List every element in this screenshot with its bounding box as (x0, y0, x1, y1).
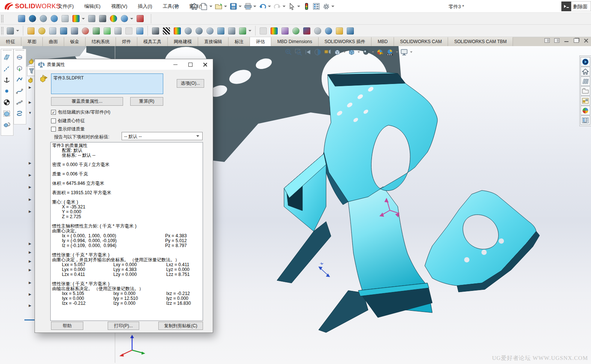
recalculate-button[interactable]: 重算(R) (130, 97, 163, 106)
compare-results-icon[interactable] (302, 27, 311, 35)
open-icon[interactable] (214, 1, 224, 11)
point-icon[interactable] (1, 85, 12, 97)
undo-icon[interactable] (258, 1, 268, 11)
composite-curve-icon[interactable] (14, 74, 25, 85)
section-view-icon[interactable] (313, 47, 323, 57)
center-of-mass-icon[interactable] (1, 97, 12, 108)
view-palette-icon[interactable] (580, 96, 590, 105)
color-map-icon[interactable] (173, 27, 182, 35)
tab-mbd-dimensions[interactable]: MBD Dimensions (271, 37, 319, 46)
geometry-check-dropdown-icon[interactable] (248, 30, 251, 31)
menu-file[interactable]: 文件(F) (53, 0, 79, 13)
rebuild-monitor-icon[interactable] (92, 27, 101, 35)
tab-evaluate[interactable]: 评估 (250, 37, 271, 46)
mate-reference-icon[interactable] (1, 119, 12, 130)
compare-doc-icon[interactable] (259, 27, 268, 35)
coord-system-combobox[interactable]: -- 默认 -- (122, 132, 203, 140)
project-curve-icon[interactable] (14, 63, 25, 74)
tab-features[interactable]: 特征 (0, 37, 21, 46)
tree-expand-arrow[interactable]: ▶ (28, 259, 32, 263)
file-explorer-icon[interactable] (580, 86, 590, 96)
checkbox-create-com-feature[interactable]: 创建质心特征 (51, 118, 85, 124)
save-dropdown-icon[interactable] (239, 6, 242, 7)
zoom-area-icon[interactable] (293, 47, 303, 57)
mass-properties-report[interactable]: 零件3 的质量属性 配置: 默认 坐标系: -- 默认 -- 密度 = 0.00… (50, 142, 203, 321)
machine-tool-icon[interactable] (346, 27, 355, 35)
command-search[interactable]: 删除面 (561, 1, 591, 11)
plane-icon[interactable] (1, 52, 12, 63)
tab-sw-addins[interactable]: SOLIDWORKS 插件 (319, 37, 372, 46)
select-cursor-icon[interactable] (287, 1, 297, 11)
split-line-icon[interactable] (14, 52, 25, 63)
design-library-icon[interactable] (580, 76, 590, 86)
tab-mbd[interactable]: MBD (371, 37, 394, 46)
dimxpert-icon[interactable] (98, 14, 107, 23)
view-orientation-icon[interactable] (332, 47, 342, 57)
combobox-dropdown-icon[interactable] (196, 135, 199, 137)
tab-mesh-modeling[interactable]: 网格建模 (168, 37, 198, 46)
redo-icon[interactable] (272, 1, 282, 11)
zoom-fit-icon[interactable] (284, 47, 293, 57)
tab-sw-cam-tbm[interactable]: SOLIDWORKS CAM TBM (448, 37, 513, 46)
check-solid-icon[interactable] (103, 27, 111, 35)
checkmark-circle-icon[interactable] (292, 27, 300, 35)
settings-dropdown-icon[interactable] (331, 6, 334, 7)
tree-expand-arrow[interactable]: ▶ (28, 281, 32, 285)
new-document-icon[interactable] (199, 1, 209, 11)
camera-projector-icon[interactable] (39, 14, 48, 23)
toolbar-grip[interactable] (1, 15, 3, 23)
tree-expand-arrow[interactable]: ▶ (28, 185, 32, 189)
thickness-analysis-icon[interactable] (227, 27, 236, 35)
print-button[interactable]: 打印(P)... (108, 322, 139, 330)
fastener-group-icon[interactable] (6, 27, 15, 35)
deviation-analysis-icon[interactable] (151, 27, 160, 35)
appearances-icon[interactable] (580, 106, 590, 115)
dialog-close-icon[interactable] (198, 59, 213, 70)
hide-show-dropdown-icon[interactable] (372, 51, 374, 53)
tree-expand-arrow[interactable]: ▼ (28, 111, 32, 115)
mass-properties-icon[interactable] (59, 27, 68, 35)
motion-rainbow-icon[interactable] (109, 14, 118, 23)
spline-icon[interactable] (14, 85, 25, 97)
checkbox-show-weld-mass[interactable]: 显示焊缝质量 (51, 126, 85, 132)
tab-mold-tools[interactable]: 模具工具 (137, 37, 168, 46)
checkbox-box[interactable]: ✓ (51, 110, 56, 115)
new-dropdown-icon[interactable] (209, 6, 212, 7)
command-search-icon[interactable] (561, 1, 571, 11)
gears-icon[interactable] (50, 14, 59, 23)
exploded-view-dropdown-icon[interactable] (82, 18, 85, 19)
command-search-input[interactable]: 删除面 (571, 1, 591, 11)
toolbar-grip[interactable] (1, 27, 3, 35)
rebuild-traffic-light-icon[interactable] (302, 1, 311, 11)
previous-view-icon[interactable] (303, 47, 313, 57)
undo-dropdown-icon[interactable] (268, 6, 271, 7)
menu-view[interactable]: 视图(V) (106, 0, 132, 13)
tree-expand-arrow[interactable]: ▶ (28, 292, 32, 296)
pane-right-icon[interactable] (554, 38, 559, 43)
check-question-icon[interactable] (135, 27, 144, 35)
dialog-minimize-icon[interactable] (168, 59, 183, 70)
export-folder-icon[interactable] (335, 27, 344, 35)
render-sphere-icon[interactable] (28, 14, 37, 23)
options-list-icon[interactable] (311, 1, 321, 11)
tree-expand-arrow[interactable]: ▶ (28, 304, 32, 307)
help-button[interactable]: 帮助 (51, 322, 83, 330)
display-style-icon[interactable] (347, 47, 356, 57)
options-button[interactable]: 选项(O)... (177, 79, 204, 88)
checkbox-include-hidden[interactable]: ✓ 包括隐藏的实体/零部件(H) (51, 109, 110, 115)
view-settings-dropdown-icon[interactable] (410, 51, 412, 53)
tree-expand-arrow[interactable]: ▶ (28, 85, 32, 89)
check-entity-icon[interactable] (48, 27, 57, 35)
import-diagnostics-icon[interactable] (125, 27, 133, 35)
axis-icon[interactable] (1, 63, 12, 74)
tree-expand-arrow[interactable]: ▶ (28, 173, 32, 177)
close-icon[interactable] (583, 38, 589, 43)
tab-sheet-metal[interactable]: 钣金 (64, 37, 86, 46)
geometry-check-icon[interactable] (238, 27, 247, 35)
menu-insert[interactable]: 插入(I) (132, 0, 157, 13)
redo-dropdown-icon[interactable] (283, 6, 286, 7)
home-icon[interactable] (189, 1, 199, 11)
tree-expand-arrow[interactable]: ▶ (28, 210, 32, 213)
copy-to-clipboard-button[interactable]: 复制到剪贴板(C) (158, 322, 203, 330)
sw-security-icon[interactable] (136, 14, 144, 23)
